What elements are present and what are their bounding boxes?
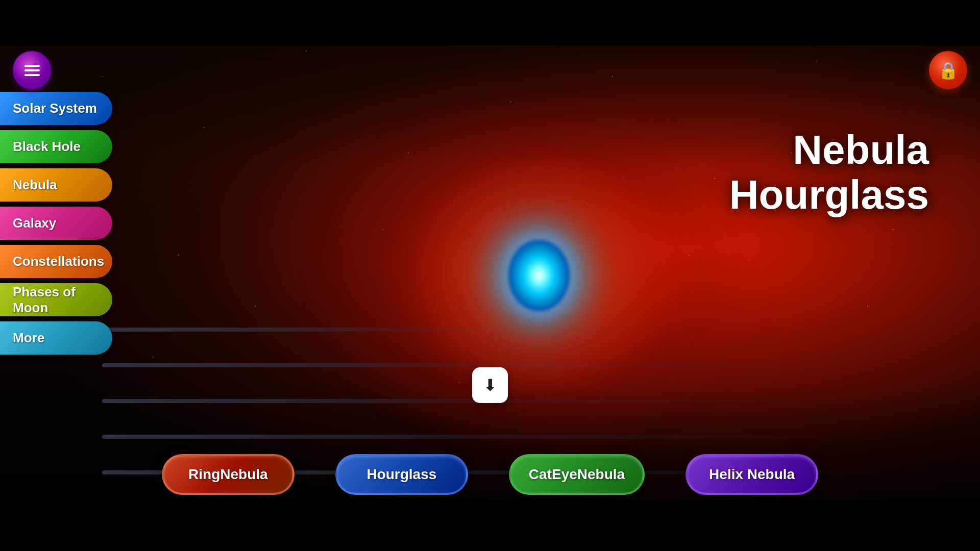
hamburger-line-2 xyxy=(24,69,40,71)
download-button[interactable]: ⬇ xyxy=(472,367,508,403)
ring-nebula-label: RingNebula xyxy=(188,466,268,483)
sidebar-item-black-hole[interactable]: Black Hole xyxy=(0,130,112,163)
sidebar-item-phases-of-moon[interactable]: Phases of Moon xyxy=(0,283,112,316)
hamburger-line-1 xyxy=(24,65,40,67)
sidebar-item-constellations[interactable]: Constellations xyxy=(0,245,112,278)
sidebar-item-solar-system[interactable]: Solar System xyxy=(0,92,112,125)
sidebar-label-phases-of-moon: Phases of Moon xyxy=(13,284,112,316)
cateye-nebula-label: CatEyeNebula xyxy=(529,466,625,483)
hamburger-line-3 xyxy=(24,74,40,76)
sidebar-label-nebula: Nebula xyxy=(13,177,57,193)
sidebar-label-more: More xyxy=(13,330,44,346)
sidebar-label-galaxy: Galaxy xyxy=(13,215,56,231)
hourglass-label: Hourglass xyxy=(366,466,436,483)
hamburger-icon xyxy=(24,65,40,76)
menu-button[interactable] xyxy=(13,51,51,89)
nebula-visual xyxy=(309,97,769,454)
ring-nebula-button[interactable]: RingNebula xyxy=(162,454,295,495)
helix-nebula-button[interactable]: Helix Nebula xyxy=(685,454,818,495)
nebula-center-orb xyxy=(508,240,570,311)
top-bar xyxy=(0,0,980,46)
sidebar-item-more[interactable]: More xyxy=(0,321,112,355)
lock-button[interactable]: 🔒 xyxy=(929,51,967,89)
sidebar-label-solar-system: Solar System xyxy=(13,101,97,116)
bottom-bar xyxy=(0,500,980,551)
lock-icon: 🔒 xyxy=(938,61,959,80)
sidebar-item-nebula[interactable]: Nebula xyxy=(0,168,112,202)
sidebar-nav: Solar System Black Hole Nebula Galaxy Co… xyxy=(0,92,112,355)
helix-nebula-label: Helix Nebula xyxy=(709,466,795,483)
cateye-nebula-button[interactable]: CatEyeNebula xyxy=(509,454,645,495)
title-line-2: Hourglass xyxy=(729,172,929,217)
nebula-type-buttons: RingNebula Hourglass CatEyeNebula Helix … xyxy=(0,454,980,495)
sidebar-label-black-hole: Black Hole xyxy=(13,139,81,155)
download-icon: ⬇ xyxy=(483,375,497,395)
title-line-1: Nebula xyxy=(729,128,929,172)
hourglass-button[interactable]: Hourglass xyxy=(335,454,468,495)
sidebar-item-galaxy[interactable]: Galaxy xyxy=(0,207,112,240)
main-title: Nebula Hourglass xyxy=(729,128,929,217)
sidebar-label-constellations: Constellations xyxy=(13,254,104,269)
